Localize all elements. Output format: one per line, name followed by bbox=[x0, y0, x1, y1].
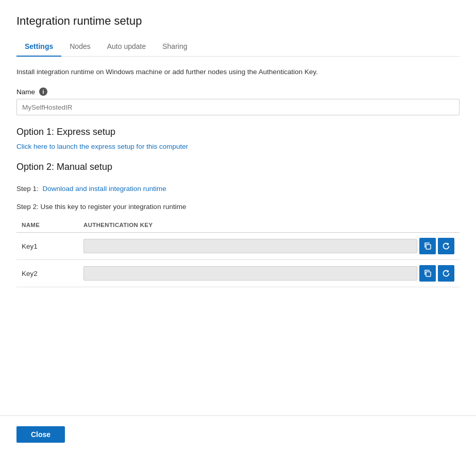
description-text: Install integration runtime on Windows m… bbox=[16, 67, 460, 77]
tab-nodes[interactable]: Nodes bbox=[61, 37, 98, 57]
col-auth-header: AUTHENTICATION KEY bbox=[78, 219, 460, 233]
step2-line: Step 2: Use this key to register your in… bbox=[16, 203, 460, 211]
name-label: Name bbox=[16, 88, 35, 96]
copy-icon bbox=[423, 242, 432, 250]
keys-table: NAME AUTHENTICATION KEY Key1 bbox=[16, 219, 460, 287]
page-title: Integration runtime setup bbox=[16, 14, 460, 28]
key1-refresh-button[interactable] bbox=[438, 238, 454, 254]
option1-title: Option 1: Express setup bbox=[16, 127, 460, 137]
name-input[interactable] bbox=[16, 99, 460, 115]
key1-copy-button[interactable] bbox=[419, 238, 436, 254]
key1-input[interactable] bbox=[83, 239, 417, 253]
key2-copy-button[interactable] bbox=[419, 265, 436, 282]
table-row: Key2 bbox=[16, 260, 460, 287]
svg-rect-0 bbox=[426, 245, 431, 249]
close-button[interactable]: Close bbox=[16, 426, 65, 443]
step1-line: Step 1: Download and install integration… bbox=[16, 185, 460, 193]
download-runtime-link[interactable]: Download and install integration runtime bbox=[43, 185, 166, 193]
name-label-row: Name i bbox=[16, 88, 460, 96]
key2-auth-cell bbox=[78, 260, 460, 287]
key2-input[interactable] bbox=[83, 266, 417, 281]
col-name-header: NAME bbox=[16, 219, 78, 233]
express-setup-link[interactable]: Click here to launch the express setup f… bbox=[16, 143, 460, 150]
footer: Close bbox=[0, 415, 476, 453]
dialog-container: Integration runtime setup Settings Nodes… bbox=[0, 0, 476, 415]
key2-input-group bbox=[83, 265, 454, 282]
key2-name: Key2 bbox=[16, 260, 78, 287]
info-icon[interactable]: i bbox=[39, 88, 47, 96]
key1-auth-cell bbox=[78, 233, 460, 260]
tab-auto-update[interactable]: Auto update bbox=[99, 37, 155, 57]
tab-settings[interactable]: Settings bbox=[16, 37, 61, 57]
option2-title: Option 2: Manual setup bbox=[16, 162, 460, 172]
refresh-icon bbox=[442, 242, 450, 250]
key1-name: Key1 bbox=[16, 233, 78, 260]
table-row: Key1 bbox=[16, 233, 460, 260]
tab-bar: Settings Nodes Auto update Sharing bbox=[16, 37, 460, 57]
tab-sharing[interactable]: Sharing bbox=[154, 37, 195, 57]
step1-prefix: Step 1: bbox=[16, 185, 41, 193]
copy-icon bbox=[423, 269, 432, 277]
refresh-icon bbox=[442, 269, 450, 277]
svg-rect-1 bbox=[426, 272, 431, 276]
key2-refresh-button[interactable] bbox=[438, 265, 454, 282]
key1-input-group bbox=[83, 238, 454, 254]
